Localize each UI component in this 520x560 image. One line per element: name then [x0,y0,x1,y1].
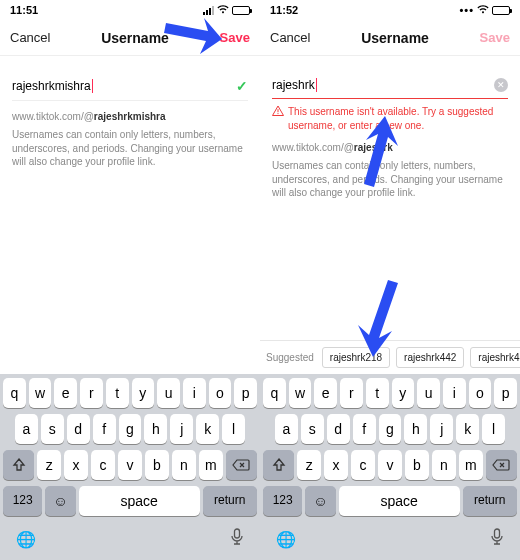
key-m[interactable]: m [199,450,223,480]
numeric-key[interactable]: 123 [263,486,302,516]
key-v[interactable]: v [378,450,402,480]
key-t[interactable]: t [106,378,129,408]
help-text: Usernames can contain only letters, numb… [272,159,508,200]
key-e[interactable]: e [314,378,337,408]
key-w[interactable]: w [289,378,312,408]
keyboard: q w e r t y u i o p a s d f g h j k l z [0,374,260,522]
phone-left: 11:51 Cancel Username Save rajeshrkmishr… [0,0,260,560]
key-t[interactable]: t [366,378,389,408]
key-u[interactable]: u [157,378,180,408]
key-z[interactable]: z [297,450,321,480]
key-f[interactable]: f [353,414,376,444]
username-field-row: rajeshrk ✕ [272,74,508,99]
keyboard: q w e r t y u i o p a s d f g h j k l z [260,374,520,522]
key-k[interactable]: k [196,414,219,444]
key-b[interactable]: b [405,450,429,480]
cancel-button[interactable]: Cancel [10,30,50,45]
key-s[interactable]: s [301,414,324,444]
suggestion-chip[interactable]: rajeshrk218 [322,347,390,368]
backspace-key[interactable] [226,450,257,480]
wifi-icon [477,5,489,16]
save-button[interactable]: Save [480,30,510,45]
key-c[interactable]: c [91,450,115,480]
suggestion-chip[interactable]: rajeshrk442 [396,347,464,368]
globe-icon[interactable]: 🌐 [276,530,296,549]
emoji-key[interactable]: ☺ [45,486,75,516]
key-g[interactable]: g [119,414,142,444]
key-y[interactable]: y [392,378,415,408]
key-j[interactable]: j [430,414,453,444]
clear-icon[interactable]: ✕ [494,78,508,92]
key-o[interactable]: o [469,378,492,408]
svg-point-1 [277,113,278,114]
key-h[interactable]: h [404,414,427,444]
return-key[interactable]: return [463,486,517,516]
numeric-key[interactable]: 123 [3,486,42,516]
key-i[interactable]: i [443,378,466,408]
key-f[interactable]: f [93,414,116,444]
nav-bar: Cancel Username Save [0,20,260,56]
keyboard-bottom-bar: 🌐 [0,522,260,560]
error-message: This username isn't available. Try a sug… [272,105,508,132]
checkmark-icon: ✓ [236,78,248,94]
key-v[interactable]: v [118,450,142,480]
loading-dots: ••• [459,4,474,16]
key-n[interactable]: n [432,450,456,480]
key-g[interactable]: g [379,414,402,444]
profile-url: www.tiktok.com/@rajeshrkmishra [12,111,248,122]
status-bar: 11:52 ••• [260,0,520,20]
mic-icon[interactable] [230,528,244,550]
content: rajeshrkmishra ✓ www.tiktok.com/@rajeshr… [0,56,260,374]
key-d[interactable]: d [327,414,350,444]
space-key[interactable]: space [79,486,200,516]
key-z[interactable]: z [37,450,61,480]
key-d[interactable]: d [67,414,90,444]
username-field-row: rajeshrkmishra ✓ [12,74,248,101]
key-r[interactable]: r [340,378,363,408]
suggestion-chip[interactable]: rajeshrk452 [470,347,520,368]
key-b[interactable]: b [145,450,169,480]
key-r[interactable]: r [80,378,103,408]
key-u[interactable]: u [417,378,440,408]
save-button[interactable]: Save [220,30,250,45]
key-l[interactable]: l [222,414,245,444]
key-e[interactable]: e [54,378,77,408]
username-input[interactable]: rajeshrkmishra [12,79,93,93]
page-title: Username [101,30,169,46]
key-row-3: z x c v b n m [263,450,517,480]
key-h[interactable]: h [144,414,167,444]
key-a[interactable]: a [15,414,38,444]
mic-icon[interactable] [490,528,504,550]
page-title: Username [361,30,429,46]
key-y[interactable]: y [132,378,155,408]
key-m[interactable]: m [459,450,483,480]
space-key[interactable]: space [339,486,460,516]
return-key[interactable]: return [203,486,257,516]
key-i[interactable]: i [183,378,206,408]
key-w[interactable]: w [29,378,52,408]
backspace-key[interactable] [486,450,517,480]
shift-key[interactable] [263,450,294,480]
key-x[interactable]: x [64,450,88,480]
key-p[interactable]: p [494,378,517,408]
shift-key[interactable] [3,450,34,480]
suggested-bar: Suggested rajeshrk218 rajeshrk442 rajesh… [260,340,520,374]
key-j[interactable]: j [170,414,193,444]
key-n[interactable]: n [172,450,196,480]
key-p[interactable]: p [234,378,257,408]
key-q[interactable]: q [3,378,26,408]
key-q[interactable]: q [263,378,286,408]
globe-icon[interactable]: 🌐 [16,530,36,549]
key-k[interactable]: k [456,414,479,444]
username-input[interactable]: rajeshrk [272,78,317,92]
key-o[interactable]: o [209,378,232,408]
key-c[interactable]: c [351,450,375,480]
key-x[interactable]: x [324,450,348,480]
wifi-icon [217,5,229,16]
emoji-key[interactable]: ☺ [305,486,335,516]
key-a[interactable]: a [275,414,298,444]
cancel-button[interactable]: Cancel [270,30,310,45]
key-l[interactable]: l [482,414,505,444]
profile-url: www.tiktok.com/@rajeshrk [272,142,508,153]
key-s[interactable]: s [41,414,64,444]
